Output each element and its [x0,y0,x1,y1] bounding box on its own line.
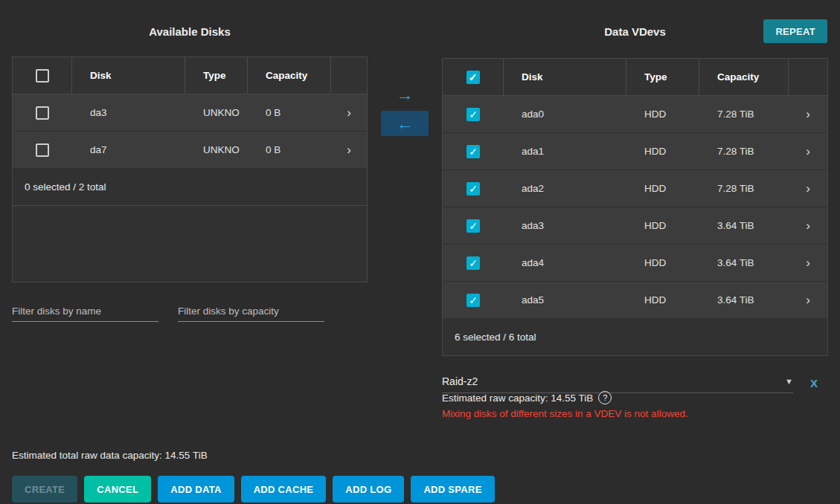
column-header-type: Type [185,57,248,94]
disk-cell: ada3 [504,220,626,231]
row-expand-chevron-icon[interactable]: › [789,181,827,196]
row-checkbox-checked-icon[interactable]: ✓ [467,219,480,233]
type-cell: UNKNO [185,107,248,118]
select-all-checkbox-cell: ✓ [443,59,504,95]
disk-filters [12,301,324,322]
row-checkbox[interactable] [36,106,49,120]
row-checkbox-cell: ✓ [443,219,504,233]
estimated-raw-capacity-text: Estimated raw capacity: 14.55 TiB [442,392,593,404]
data-vdevs-table: ✓DiskTypeCapacity✓ada0HDD7.28 TiB›✓ada1H… [442,58,828,356]
move-right-arrow-icon[interactable]: → [381,82,429,107]
table-row[interactable]: ✓ada3HDD3.64 TiB› [443,207,827,245]
table-row[interactable]: ✓ada4HDD3.64 TiB› [443,245,827,282]
add-data-button[interactable]: ADD DATA [158,476,234,503]
add-log-button[interactable]: ADD LOG [333,476,404,503]
vdev-size-warning: Mixing disks of different sizes in a VDE… [442,408,688,419]
disk-cell: ada5 [504,294,626,306]
total-raw-capacity: Estimated total raw data capacity: 14.55… [12,450,208,461]
cancel-button[interactable]: CANCEL [84,476,151,503]
raid-type-value: Raid-z2 [442,375,478,387]
row-expand-chevron-icon[interactable]: › [789,293,827,308]
estimated-raw-capacity: Estimated raw capacity: 14.55 TiB ? [442,391,612,404]
row-checkbox-checked-icon[interactable]: ✓ [467,108,480,121]
type-cell: HDD [626,183,699,194]
type-cell: HDD [626,109,699,120]
select-all-checkbox-checked-icon[interactable]: ✓ [467,71,480,84]
select-all-checkbox-cell [13,57,72,94]
column-header-capacity: Capacity [699,59,789,95]
column-header-type: Type [626,59,699,95]
filter-name-input[interactable] [12,301,158,322]
row-expand-chevron-icon[interactable]: › [789,107,827,122]
available-disks-table: DiskTypeCapacityda3UNKNO0 B›da7UNKNO0 B›… [12,56,368,282]
disk-cell: da7 [72,144,185,155]
row-checkbox-cell: ✓ [443,182,504,196]
available-disks-panel: Available Disks DiskTypeCapacityda3UNKNO… [12,15,368,349]
disk-cell: ada0 [504,109,626,120]
table-header-row: ✓DiskTypeCapacity [443,59,827,96]
table-row[interactable]: da3UNKNO0 B› [13,94,367,132]
row-expand-chevron-icon[interactable]: › [331,106,367,120]
capacity-cell: 0 B [248,107,331,118]
row-checkbox-cell: ✓ [443,294,504,307]
select-all-checkbox[interactable] [36,69,49,83]
table-row[interactable]: ✓ada5HDD3.64 TiB› [443,282,827,319]
remove-vdev-button[interactable]: X [806,376,822,390]
row-expand-chevron-icon[interactable]: › [789,144,827,159]
filter-capacity-input[interactable] [178,301,324,322]
disk-cell: ada1 [504,146,626,157]
capacity-cell: 7.28 TiB [699,109,789,120]
column-header-disk: Disk [504,59,626,95]
capacity-cell: 7.28 TiB [699,183,789,194]
available-disks-title: Available Disks [12,25,368,38]
capacity-cell: 3.64 TiB [699,220,789,231]
column-header-capacity: Capacity [248,57,331,94]
help-icon[interactable]: ? [598,391,612,404]
row-expand-chevron-icon[interactable]: › [331,143,367,158]
add-cache-button[interactable]: ADD CACHE [241,476,327,503]
move-left-arrow-icon[interactable]: ← [381,111,429,136]
type-cell: HDD [626,257,699,268]
type-cell: UNKNO [185,144,248,155]
raid-type-select[interactable]: Raid-z2 ▼ [442,370,793,393]
chevron-down-icon: ▼ [785,377,793,386]
create-button[interactable]: CREATE [12,476,77,503]
row-expand-chevron-icon[interactable]: › [789,219,827,233]
table-row[interactable]: ✓ada2HDD7.28 TiB› [443,170,827,207]
table-header-row: DiskTypeCapacity [13,57,367,94]
selection-summary: 0 selected / 2 total [13,169,367,206]
add-spare-button[interactable]: ADD SPARE [411,476,494,503]
row-checkbox-checked-icon[interactable]: ✓ [467,256,480,270]
row-expand-chevron-icon[interactable]: › [789,256,827,271]
capacity-cell: 7.28 TiB [699,146,789,157]
column-header-actions [789,59,827,95]
type-cell: HDD [626,220,699,231]
row-checkbox[interactable] [36,143,49,157]
row-checkbox-cell [13,106,72,120]
table-row[interactable]: ✓ada0HDD7.28 TiB› [443,96,827,133]
disk-cell: ada4 [504,257,626,268]
row-checkbox-cell: ✓ [443,256,504,270]
column-header-actions [331,57,367,94]
transfer-controls: → ← [381,82,429,136]
disk-cell: da3 [72,107,185,118]
repeat-button[interactable]: REPEAT [763,19,827,43]
selection-summary: 6 selected / 6 total [443,319,827,355]
row-checkbox-checked-icon[interactable]: ✓ [467,182,480,196]
type-cell: HDD [626,146,699,157]
row-checkbox-cell [13,143,72,157]
table-row[interactable]: ✓ada1HDD7.28 TiB› [443,133,827,170]
column-header-disk: Disk [72,57,185,94]
row-checkbox-cell: ✓ [443,108,504,121]
type-cell: HDD [626,294,699,306]
disk-cell: ada2 [504,183,626,194]
row-checkbox-cell: ✓ [443,145,504,158]
data-vdevs-panel: Data VDevs REPEAT ✓DiskTypeCapacity✓ada0… [442,15,828,431]
row-checkbox-checked-icon[interactable]: ✓ [467,145,480,158]
footer-buttons: CREATECANCELADD DATAADD CACHEADD LOGADD … [12,476,495,503]
capacity-cell: 3.64 TiB [699,257,789,268]
capacity-cell: 3.64 TiB [699,294,789,306]
table-row[interactable]: da7UNKNO0 B› [13,132,367,169]
capacity-cell: 0 B [248,144,331,155]
row-checkbox-checked-icon[interactable]: ✓ [467,294,480,307]
